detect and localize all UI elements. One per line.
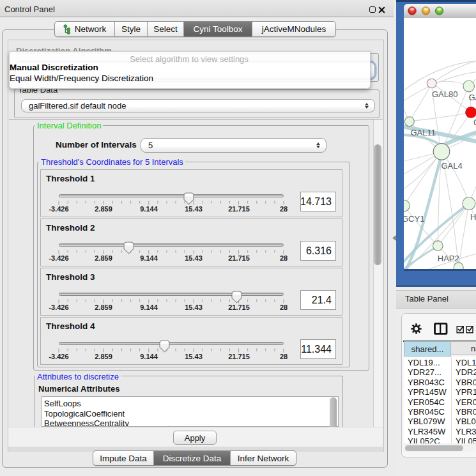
svg-text:GCY1: GCY1 <box>404 214 424 224</box>
svg-text:HAP2: HAP2 <box>438 254 459 263</box>
svg-text:GAL4: GAL4 <box>441 161 463 171</box>
svg-text:GA: GA <box>469 93 476 102</box>
svg-text:C: C <box>473 118 476 127</box>
svg-text:GAL11: GAL11 <box>411 128 436 137</box>
svg-text:GAL80: GAL80 <box>432 89 457 99</box>
svg-text:H: H <box>470 212 476 222</box>
